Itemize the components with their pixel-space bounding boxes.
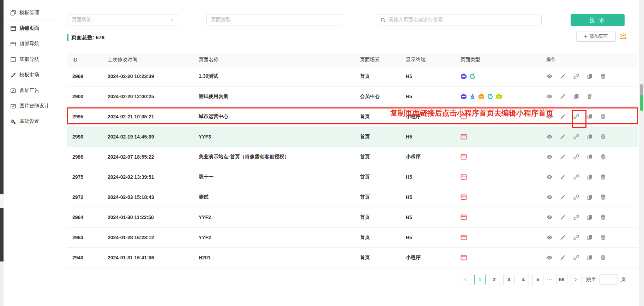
sidebar-item-templates[interactable]: 模板管理 (4, 5, 54, 20)
edit-icon[interactable] (560, 254, 566, 261)
table-header: ID 上次修改时间 页面名称 页面场景 显示终端 页面类型 操作 (67, 53, 638, 66)
edit-icon[interactable] (560, 93, 566, 100)
sidebar-item-settings[interactable]: 基础设置 (4, 114, 54, 129)
copy-icon[interactable] (586, 73, 593, 80)
page-button-1[interactable]: 1 (474, 274, 486, 285)
jump-page-input[interactable] (600, 274, 618, 285)
page-button-last[interactable]: 68 (556, 274, 567, 285)
prev-page-button[interactable]: < (460, 274, 471, 285)
cell-page-scene: 会员中心 (360, 93, 406, 100)
delete-icon[interactable] (600, 154, 606, 160)
edit-icon[interactable] (560, 234, 566, 241)
scrollbar-green-marker (640, 95, 643, 111)
sidebar-item-market[interactable]: 模板市场 (4, 67, 54, 83)
link-icon[interactable] (573, 113, 579, 120)
page-button-4[interactable]: 4 (518, 274, 529, 285)
cycle-icon (487, 93, 493, 100)
indigo-app-icon (461, 73, 467, 80)
scrollbar-thumb[interactable] (640, 84, 643, 96)
delete-icon[interactable] (600, 113, 606, 120)
copy-icon[interactable] (586, 174, 593, 180)
cell-page-type-icons (461, 134, 546, 140)
edit-icon[interactable] (560, 174, 566, 180)
cell-modified-time: 2024-02-19 14:45:09 (108, 134, 199, 140)
copy-icon[interactable] (586, 134, 593, 140)
view-icon[interactable] (546, 93, 553, 100)
search-button[interactable]: 搜 索 (571, 14, 625, 26)
view-icon[interactable] (546, 154, 553, 160)
cell-display-terminal: 小程序 (406, 154, 461, 160)
store-page-icon (10, 25, 16, 31)
cell-id: 2972 (72, 194, 108, 200)
view-icon[interactable] (546, 214, 553, 220)
view-icon[interactable] (546, 134, 553, 140)
chevron-down-icon: ∨ (170, 18, 174, 22)
copy-icon[interactable] (586, 254, 593, 261)
view-icon[interactable] (546, 194, 553, 200)
column-header-name: 页面名称 (199, 57, 360, 63)
page-scene-select[interactable]: 页面场景 ∨ (67, 14, 178, 25)
edit-icon[interactable] (560, 154, 566, 160)
siren-icon[interactable] (619, 31, 628, 41)
sidebar-item-banner-ad[interactable]: 首屏广告 (4, 83, 54, 98)
view-icon[interactable] (546, 73, 553, 80)
view-icon[interactable] (546, 254, 553, 261)
delete-icon[interactable] (600, 174, 606, 180)
copy-icon[interactable] (573, 93, 579, 100)
copy-icon[interactable] (586, 214, 593, 220)
link-icon[interactable] (573, 154, 579, 160)
copy-icon[interactable] (586, 234, 593, 241)
edit-icon[interactable] (560, 214, 566, 220)
cell-id: 2975 (72, 174, 108, 180)
table-row: 2990 2024-02-19 14:45:09 YYF3 首页 H5 (67, 127, 638, 147)
link-icon[interactable] (573, 73, 579, 80)
cell-id: 2990 (72, 134, 108, 140)
page-button-5[interactable]: 5 (532, 274, 543, 285)
link-icon[interactable] (573, 254, 579, 261)
page-button-2[interactable]: 2 (489, 274, 500, 285)
delete-icon[interactable] (600, 254, 606, 261)
cycle-icon (469, 73, 476, 80)
cell-row-actions (546, 214, 638, 220)
delete-icon[interactable] (600, 194, 606, 200)
link-icon[interactable] (573, 134, 579, 140)
edit-icon[interactable] (560, 113, 566, 120)
view-icon[interactable] (546, 113, 553, 120)
delete-icon[interactable] (600, 214, 606, 220)
link-icon[interactable] (573, 214, 579, 220)
delete-icon[interactable] (600, 134, 606, 140)
add-page-button[interactable]: + 添加页面 (576, 31, 616, 42)
page-type-select[interactable]: 页面类型 (206, 14, 344, 25)
edit-icon[interactable] (560, 73, 566, 80)
next-page-button[interactable]: > (571, 274, 582, 285)
edit-icon[interactable] (560, 134, 566, 140)
cell-page-name: H201 (199, 255, 360, 260)
view-icon[interactable] (546, 174, 553, 180)
copy-icon[interactable] (586, 154, 593, 160)
sidebar-item-store-page[interactable]: 店铺页面 (4, 20, 54, 36)
red-page-icon (461, 234, 467, 241)
cell-page-scene: 首页 (360, 174, 406, 180)
link-icon[interactable] (573, 234, 579, 241)
copy-icon[interactable] (586, 194, 593, 200)
sidebar-item-bottom-nav[interactable]: 底部导航 (4, 52, 54, 67)
link-icon[interactable] (573, 174, 579, 180)
edit-icon[interactable] (560, 194, 566, 200)
delete-icon[interactable] (586, 93, 593, 100)
pagination-ellipsis[interactable]: ••• (547, 277, 553, 282)
sidebar-item-smart-design[interactable]: 图片智能设计 (4, 98, 54, 114)
delete-icon[interactable] (600, 73, 606, 80)
delete-icon[interactable] (600, 234, 606, 241)
page-button-3[interactable]: 3 (503, 274, 514, 285)
view-icon[interactable] (546, 234, 553, 241)
page-type-select-placeholder: 页面类型 (211, 17, 231, 23)
vertical-scrollbar[interactable] (639, 0, 644, 306)
indigo-app-icon (461, 93, 467, 100)
page-name-search-input[interactable]: 请输入页面名称进行搜索 (376, 14, 542, 25)
copy-icon[interactable] (586, 113, 593, 120)
link-icon[interactable] (573, 194, 579, 200)
cell-display-terminal: H5 (406, 174, 461, 180)
sidebar-item-top-nav[interactable]: 顶部导航 (4, 36, 54, 52)
sidebar-item-label: 基础设置 (19, 118, 39, 125)
cell-page-name: YYF2 (199, 214, 360, 220)
